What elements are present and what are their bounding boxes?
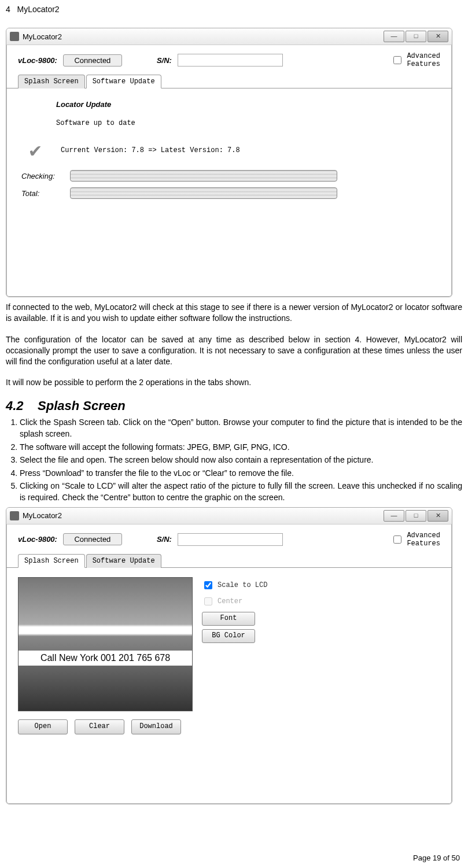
sn-field[interactable] (178, 54, 283, 67)
section-number: 4.2 (6, 398, 24, 413)
uptodate-text: Software up to date (56, 119, 437, 127)
titlebar: MyLocator2 — □ ✕ (6, 508, 452, 525)
step-2: The software will accept the following f… (20, 442, 462, 453)
total-progress (70, 187, 337, 199)
clear-button[interactable]: Clear (75, 719, 124, 734)
close-button[interactable]: ✕ (428, 510, 448, 522)
splash-screen-pane: Call New York 001 201 765 678 Open Clear… (6, 568, 452, 746)
advanced-features-checkbox[interactable] (393, 535, 401, 544)
version-line: Current Version: 7.8 => Latest Version: … (61, 146, 240, 154)
app-icon (10, 511, 19, 520)
scale-to-lcd-checkbox[interactable] (204, 581, 212, 589)
app-window-splash: MyLocator2 — □ ✕ vLoc-9800: Connected S/… (6, 507, 452, 804)
maximize-button[interactable]: □ (406, 31, 426, 42)
device-label: vLoc-9800: (18, 56, 57, 65)
titlebar: MyLocator2 — □ ✕ (6, 28, 452, 45)
window-title: MyLocator2 (23, 511, 62, 520)
splash-banner-text: Call New York 001 201 765 678 (19, 651, 192, 666)
advanced-features-label: Advanced Features (407, 52, 440, 68)
font-button[interactable]: Font (202, 612, 255, 626)
paragraph-2: The configuration of the locator can be … (6, 334, 462, 367)
download-button[interactable]: Download (131, 719, 181, 734)
locator-update-heading: Locator Update (56, 100, 437, 109)
scale-to-lcd-label: Scale to LCD (218, 581, 267, 589)
checking-label: Checking: (21, 172, 62, 180)
checkmark-icon: ✔ (21, 136, 49, 164)
app-icon (10, 32, 19, 41)
paragraph-1: If connected to the web, MyLocator2 will… (6, 302, 462, 324)
tab-splash-screen[interactable]: Splash Screen (18, 75, 85, 88)
minimize-button[interactable]: — (384, 510, 404, 522)
close-button[interactable]: ✕ (428, 31, 448, 42)
step-4: Press “Download” to transfer the file to… (20, 468, 462, 479)
app-window-update: MyLocator2 — □ ✕ vLoc-9800: Connected S/… (6, 28, 452, 297)
advanced-features-label: Advanced Features (407, 531, 440, 548)
steps-list: Click the Spash Screen tab. Click on the… (6, 417, 462, 503)
total-label: Total: (21, 189, 62, 198)
open-button[interactable]: Open (18, 719, 68, 734)
page-footer: Page 19 of 50 (413, 854, 460, 862)
checking-progress (70, 170, 337, 182)
tab-software-update[interactable]: Software Update (86, 75, 161, 88)
minimize-button[interactable]: — (384, 31, 404, 42)
tab-splash-screen[interactable]: Splash Screen (18, 554, 85, 568)
advanced-features-checkbox[interactable] (393, 56, 401, 64)
center-checkbox (204, 597, 212, 605)
chapter-number: 4 (6, 5, 10, 14)
step-3: Select the file and open. The screen bel… (20, 455, 462, 466)
step-5: Clicking on “Scale to LCD” will alter th… (20, 481, 462, 503)
connection-status: Connected (63, 533, 122, 545)
sn-label: S/N: (157, 535, 172, 544)
sn-field[interactable] (178, 533, 283, 546)
tab-software-update[interactable]: Software Update (86, 554, 161, 568)
device-label: vLoc-9800: (18, 535, 57, 544)
splash-preview: Call New York 001 201 765 678 (18, 577, 193, 711)
maximize-button[interactable]: □ (406, 510, 426, 522)
connection-status: Connected (63, 54, 122, 67)
section-title: Splash Screen (38, 398, 126, 413)
section-heading: 4.2 Splash Screen (6, 398, 462, 413)
software-update-pane: Locator Update Software up to date ✔ Cur… (6, 88, 452, 297)
sn-label: S/N: (157, 56, 172, 65)
paragraph-3: It will now be possible to perform the 2… (6, 377, 462, 388)
chapter-title: MyLocator2 (17, 5, 59, 14)
bg-color-button[interactable]: BG Color (202, 629, 255, 643)
step-1: Click the Spash Screen tab. Click on the… (20, 417, 462, 439)
page-header: 4 MyLocator2 (6, 5, 462, 14)
window-title: MyLocator2 (23, 32, 62, 41)
center-label: Center (218, 597, 242, 605)
